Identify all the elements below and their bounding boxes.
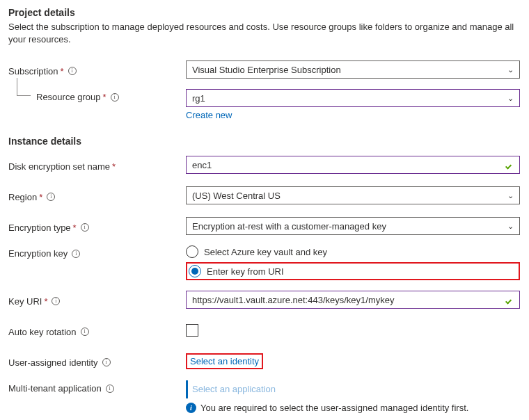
info-icon[interactable]: i (68, 67, 77, 75)
required-asterisk: * (44, 296, 47, 307)
required-asterisk: * (73, 223, 77, 233)
check-icon (505, 160, 515, 170)
resource-group-dropdown[interactable]: rg1 ⌄ (186, 89, 520, 107)
select-application-link[interactable]: Select an application (192, 380, 276, 398)
info-icon[interactable]: i (106, 385, 114, 393)
chevron-down-icon: ⌄ (507, 191, 514, 200)
info-icon[interactable]: i (72, 250, 80, 258)
region-label: Region * i (8, 189, 186, 202)
key-uri-input[interactable]: https://vault1.vault.azure.net:443/keys/… (186, 291, 520, 309)
info-icon[interactable]: i (47, 193, 55, 201)
required-asterisk: * (39, 192, 42, 202)
chevron-down-icon: ⌄ (507, 65, 514, 74)
info-badge-icon: i (186, 403, 196, 413)
chevron-down-icon: ⌄ (507, 222, 514, 231)
encryption-key-label: Encryption key i (8, 245, 186, 259)
subscription-label: Subscription * i (8, 63, 186, 76)
info-icon[interactable]: i (52, 297, 60, 305)
check-icon (505, 295, 515, 305)
disk-encryption-name-label: Disk encryption set name * (8, 159, 186, 172)
info-message: i You are required to select the user-as… (186, 403, 520, 413)
chevron-down-icon: ⌄ (507, 94, 514, 103)
select-identity-link[interactable]: Select an identity (190, 356, 259, 366)
disk-encryption-name-input[interactable]: enc1 (186, 156, 520, 174)
radio-icon (186, 245, 198, 258)
resource-group-label: Resource group * i (8, 89, 186, 102)
encryption-type-dropdown[interactable]: Encryption at-rest with a customer-manag… (186, 217, 520, 235)
highlight-box: Enter key from URI (186, 262, 520, 280)
key-uri-label: Key URI * i (8, 293, 186, 307)
info-icon[interactable]: i (111, 93, 119, 102)
radio-icon (189, 265, 201, 277)
user-assigned-identity-label: User-assigned identity i (8, 355, 186, 368)
required-asterisk: * (103, 92, 106, 102)
info-icon[interactable]: i (102, 358, 111, 366)
auto-key-rotation-label: Auto key rotation i (8, 324, 186, 337)
highlight-box: Select an identity (186, 353, 263, 369)
instance-details-title: Instance details (8, 136, 521, 147)
project-details-title: Project details (8, 7, 521, 18)
encryption-key-radio-group: Select Azure key vault and key Enter key… (186, 245, 520, 280)
info-icon[interactable]: i (81, 328, 89, 336)
subscription-dropdown[interactable]: Visual Studio Enterprise Subscription ⌄ (186, 60, 520, 79)
encryption-type-label: Encryption type * i (8, 220, 186, 233)
region-dropdown[interactable]: (US) West Central US ⌄ (186, 186, 520, 204)
required-asterisk: * (112, 161, 116, 172)
required-asterisk: * (61, 66, 64, 76)
info-icon[interactable]: i (81, 223, 89, 232)
multi-tenant-label: Multi-tenant application i (8, 380, 186, 394)
radio-select-key-vault[interactable]: Select Azure key vault and key (186, 245, 520, 258)
project-details-desc: Select the subscription to manage deploy… (8, 21, 521, 46)
radio-enter-key-uri[interactable]: Enter key from URI (189, 265, 284, 277)
auto-key-rotation-checkbox[interactable] (186, 324, 198, 337)
create-new-link[interactable]: Create new (186, 110, 232, 120)
indent-bracket (17, 78, 31, 96)
